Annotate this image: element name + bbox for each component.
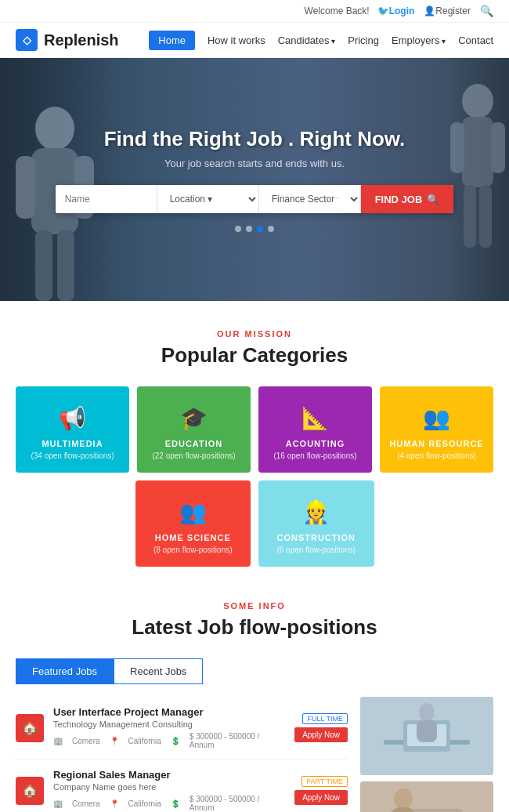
multimedia-icon: 📢 — [23, 405, 121, 431]
svg-rect-5 — [57, 230, 74, 301]
job-item-2: 🏠 Regional Sales Manager Company Name go… — [16, 759, 348, 812]
dot-3[interactable] — [257, 226, 263, 232]
nav-how-it-works[interactable]: How it works — [208, 34, 265, 46]
jobs-container: 🏠 User Interface Project Manager Technol… — [16, 697, 493, 812]
job-meta-1: 🏢 Comera 📍 California 💲 $ 300000 - 50000… — [53, 732, 285, 749]
location-select[interactable]: Location ▾ — [157, 185, 259, 213]
sector-select[interactable]: Finance Sector ▾ — [259, 185, 361, 213]
svg-rect-10 — [464, 185, 476, 248]
homescience-icon: 👥 — [143, 499, 244, 525]
apply-button-2[interactable]: Apply Now — [294, 790, 348, 805]
svg-rect-7 — [462, 117, 493, 187]
category-education[interactable]: 🎓 EDUCATION (22 open flow-positions) — [137, 386, 251, 473]
jobs-side-images — [360, 697, 493, 812]
multimedia-count: (34 open flow-positions) — [23, 451, 121, 460]
job-right-1: FULL TIME Apply Now — [294, 713, 348, 742]
logo-text: Replenish — [44, 31, 119, 49]
category-construction[interactable]: 👷 CONSTRUCTION (6 open flow-positions) — [258, 480, 374, 567]
education-name: EDUCATION — [145, 439, 243, 448]
svg-point-24 — [394, 788, 413, 809]
job-salary-2: $ 300000 - 500000 / Annum — [190, 795, 285, 812]
job-salary-1: $ 300000 - 500000 / Annum — [190, 732, 285, 749]
job-salary-icon-2: 💲 — [171, 795, 180, 812]
job-right-2: PART TIME Apply Now — [294, 776, 348, 805]
nav-contact[interactable]: Contact — [458, 34, 493, 46]
jobs-label: SOME INFO — [16, 601, 493, 611]
hr-name: HUMAN RESOURCE — [388, 439, 486, 448]
hero-section: Find the Right Job . Right Now. Your job… — [0, 58, 509, 301]
multimedia-name: MULTIMEDIA — [23, 439, 121, 448]
svg-point-6 — [462, 84, 493, 118]
category-accounting[interactable]: 📐 ACOUNTING (16 open flow-positions) — [258, 386, 372, 473]
job-state-icon-1: 📍 — [110, 732, 119, 749]
education-icon: 🎓 — [145, 405, 243, 431]
job-icon-1: 🏠 — [16, 714, 44, 742]
job-state-1: California — [128, 732, 161, 749]
svg-rect-17 — [417, 720, 437, 742]
nav-pricing[interactable]: Pricing — [348, 34, 379, 46]
job-info-2: Regional Sales Manager Company Name goes… — [53, 769, 285, 812]
job-image-placeholder-2 — [360, 781, 493, 812]
homescience-count: (8 open flow-positions) — [143, 546, 244, 554]
hr-icon: 👥 — [388, 405, 486, 431]
tab-recent[interactable]: Recent Jobs — [114, 658, 203, 684]
job-title-1: User Interface Project Manager — [53, 706, 285, 718]
find-job-button[interactable]: FIND JOB 🔍 — [361, 185, 454, 213]
category-hr[interactable]: 👥 HUMAN RESOURCE (4 open flow-positions) — [380, 386, 493, 473]
svg-rect-9 — [491, 122, 505, 173]
nav-employers[interactable]: Employers — [392, 34, 446, 46]
login-link[interactable]: Login — [389, 5, 415, 16]
search-icon[interactable]: 🔍 — [480, 5, 493, 17]
job-location-icon-2: 🏢 — [53, 795, 63, 812]
accounting-icon: 📐 — [266, 405, 364, 431]
construction-icon: 👷 — [266, 499, 366, 525]
category-homescience[interactable]: 👥 HOME SCIENCE (8 open flow-positions) — [135, 480, 251, 567]
job-state-icon-2: 📍 — [110, 795, 119, 812]
search-icon: 🔍 — [427, 194, 439, 205]
nav-home[interactable]: Home — [149, 31, 195, 50]
job-image-1 — [360, 697, 493, 775]
job-search-bar: Location ▾ Finance Sector ▾ FIND JOB 🔍 — [56, 185, 454, 213]
name-input[interactable] — [56, 185, 157, 213]
job-meta-2: 🏢 Comera 📍 California 💲 $ 300000 - 50000… — [53, 795, 285, 812]
register-link[interactable]: Register — [435, 5, 471, 16]
job-location-icon-1: 🏢 — [53, 732, 63, 749]
apply-button-1[interactable]: Apply Now — [294, 727, 348, 742]
jobs-tabs: Featured Jobs Recent Jobs — [16, 658, 493, 684]
logo-icon: ◇ — [16, 29, 38, 51]
job-company-2: Company Name goes here — [53, 782, 285, 792]
job-state-2: California — [128, 795, 161, 812]
jobs-list: 🏠 User Interface Project Manager Technol… — [16, 697, 348, 812]
svg-rect-2 — [16, 156, 35, 219]
nav-candidates[interactable]: Candidates — [278, 34, 336, 46]
jobs-section: SOME INFO Latest Job flow-positions Feat… — [0, 585, 509, 812]
categories-row1: 📢 MULTIMEDIA (34 open flow-positions) 🎓 … — [16, 386, 493, 473]
job-location-1: Comera — [72, 732, 100, 749]
category-multimedia[interactable]: 📢 MULTIMEDIA (34 open flow-positions) — [16, 386, 129, 473]
categories-label: OUR MISSION — [16, 329, 493, 339]
job-company-1: Technology Management Consulting — [53, 720, 285, 729]
job-salary-icon-1: 💲 — [171, 732, 180, 749]
categories-section: OUR MISSION Popular Categories 📢 MULTIME… — [0, 301, 509, 585]
nav-links: Home How it works Candidates Pricing Emp… — [149, 31, 493, 50]
tab-featured[interactable]: Featured Jobs — [16, 658, 114, 684]
categories-title: Popular Categories — [16, 343, 493, 368]
jobs-title: Latest Job flow-positions — [16, 615, 493, 640]
logo[interactable]: ◇ Replenish — [16, 29, 119, 51]
job-image-placeholder-1 — [360, 697, 493, 775]
dot-2[interactable] — [246, 226, 252, 232]
svg-rect-18 — [360, 781, 493, 812]
hero-subheading: Your job search starts and ends with us. — [56, 158, 454, 169]
hr-count: (4 open flow-positions) — [388, 451, 486, 460]
dot-1[interactable] — [235, 226, 241, 232]
accounting-count: (16 open flow-positions) — [266, 451, 364, 460]
dot-4[interactable] — [268, 226, 274, 232]
job-icon-2: 🏠 — [16, 777, 44, 805]
job-info-1: User Interface Project Manager Technolog… — [53, 706, 285, 749]
job-title-2: Regional Sales Manager — [53, 769, 285, 781]
register-icon: 👤 — [424, 5, 435, 16]
construction-count: (6 open flow-positions) — [266, 546, 366, 554]
job-image-2 — [360, 781, 493, 812]
svg-point-16 — [419, 703, 435, 722]
homescience-name: HOME SCIENCE — [143, 533, 244, 542]
